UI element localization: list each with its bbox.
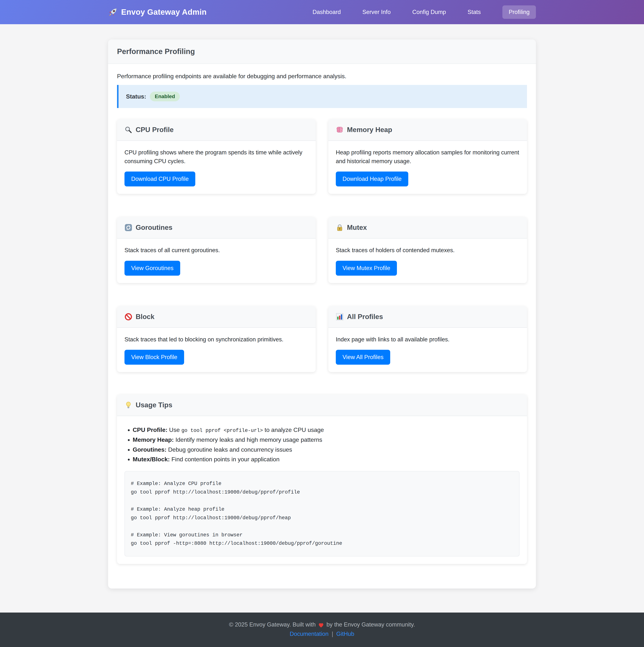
card-description: Stack traces of all current goroutines. — [124, 246, 308, 255]
nav-item-stats[interactable]: Stats — [467, 9, 481, 15]
heart-icon — [318, 622, 324, 628]
page-header: Performance Profiling — [108, 40, 536, 64]
profile-card-cpu: CPU Profile CPU profiling shows where th… — [117, 119, 316, 194]
footer-link-separator: | — [332, 631, 333, 637]
card-description: Index page with links to all available p… — [336, 335, 520, 344]
page-title: Performance Profiling — [117, 47, 527, 56]
view-block-profile-button[interactable]: View Block Profile — [124, 350, 184, 365]
download-cpu-profile-button[interactable]: Download CPU Profile — [124, 171, 195, 187]
card-title: Mutex — [347, 224, 367, 231]
card-title: Block — [136, 313, 154, 321]
card-title: All Profiles — [347, 313, 383, 321]
card-description: Heap profiling reports memory allocation… — [336, 148, 520, 165]
prohibited-icon — [124, 313, 132, 321]
status-box: Status: Enabled — [117, 85, 527, 108]
profile-card-goroutines: Goroutines Stack traces of all current g… — [117, 217, 316, 283]
nav-item-profiling[interactable]: Profiling — [502, 5, 536, 19]
profile-cards-grid: CPU Profile CPU profiling shows where th… — [117, 119, 527, 372]
brand: Envoy Gateway Admin — [108, 7, 207, 17]
profile-card-heap: Memory Heap Heap profiling reports memor… — [328, 119, 527, 194]
footer-links: Documentation | GitHub — [0, 631, 644, 637]
usage-tips-title: Usage Tips — [136, 401, 172, 409]
profile-card-mutex: Mutex Stack traces of holders of contend… — [328, 217, 527, 283]
brand-title: Envoy Gateway Admin — [121, 8, 207, 16]
tip-item: CPU Profile: Use go tool pprof <profile-… — [133, 425, 520, 435]
card-description: Stack traces of holders of contended mut… — [336, 246, 520, 255]
view-mutex-profile-button[interactable]: View Mutex Profile — [336, 261, 397, 276]
rocket-icon — [108, 7, 118, 17]
card-title: Memory Heap — [347, 126, 392, 134]
download-heap-profile-button[interactable]: Download Heap Profile — [336, 171, 408, 187]
light-bulb-icon — [124, 401, 132, 409]
card-description: CPU profiling shows where the program sp… — [124, 148, 308, 165]
tips-list: CPU Profile: Use go tool pprof <profile-… — [124, 425, 520, 464]
footer: © 2025 Envoy Gateway. Built with by the … — [0, 613, 644, 647]
top-navbar: Envoy Gateway Admin Dashboard Server Inf… — [0, 0, 644, 24]
tip-item: Mutex/Block: Find contention points in y… — [133, 454, 520, 464]
card-title: Goroutines — [136, 224, 172, 231]
tip-item: Goroutines: Debug goroutine leaks and co… — [133, 445, 520, 455]
nav-item-dashboard[interactable]: Dashboard — [313, 9, 341, 15]
profile-card-block: Block Stack traces that led to blocking … — [117, 306, 316, 372]
nav-item-config-dump[interactable]: Config Dump — [412, 9, 446, 15]
card-title: CPU Profile — [136, 126, 174, 134]
card-description: Stack traces that led to blocking on syn… — [124, 335, 308, 344]
usage-tips-card: Usage Tips CPU Profile: Use go tool ppro… — [117, 394, 527, 564]
status-badge: Enabled — [150, 92, 180, 101]
view-all-profiles-button[interactable]: View All Profiles — [336, 350, 390, 365]
refresh-icon — [124, 224, 132, 231]
github-link[interactable]: GitHub — [336, 631, 354, 637]
nav-item-server-info[interactable]: Server Info — [363, 9, 391, 15]
intro-text: Performance profiling endpoints are avai… — [117, 73, 527, 80]
search-icon — [124, 126, 132, 134]
profile-card-all: All Profiles Index page with links to al… — [328, 306, 527, 372]
status-label: Status: — [126, 93, 146, 100]
main-card: Performance Profiling Performance profil… — [108, 40, 536, 588]
example-code-block: # Example: Analyze CPU profile go tool p… — [124, 471, 520, 557]
brain-icon — [336, 126, 344, 134]
documentation-link[interactable]: Documentation — [290, 631, 329, 637]
lock-icon — [336, 224, 344, 231]
tip-item: Memory Heap: Identify memory leaks and h… — [133, 435, 520, 445]
bar-chart-icon — [336, 313, 344, 321]
view-goroutines-button[interactable]: View Goroutines — [124, 261, 180, 276]
nav-links: Dashboard Server Info Config Dump Stats … — [313, 5, 536, 19]
footer-copyright: © 2025 Envoy Gateway. Built with by the … — [229, 621, 415, 628]
